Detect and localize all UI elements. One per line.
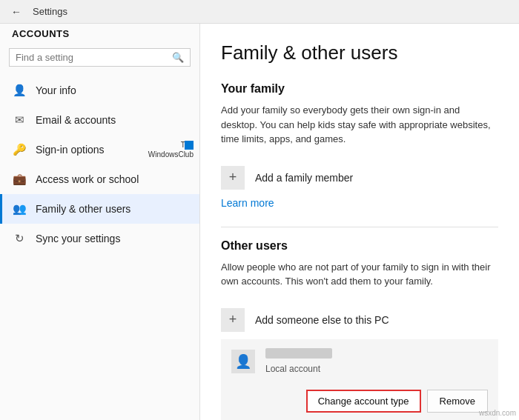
user-entry: 👤 Local account (221, 339, 498, 384)
your-family-title: Your family (221, 82, 498, 96)
user-info: Local account (265, 348, 488, 375)
add-family-label: Add a family member (255, 172, 353, 184)
sync-settings-icon: ↻ (12, 231, 27, 246)
remove-button[interactable]: Remove (427, 390, 488, 413)
other-users-desc: Allow people who are not part of your fa… (221, 260, 498, 289)
titlebar: ← Settings (0, 0, 519, 24)
other-users-title: Other users (221, 239, 498, 253)
access-work-icon: 💼 (12, 172, 27, 187)
sidebar-item-sign-in[interactable]: 🔑 Sign-in options The WindowsClub (0, 135, 199, 164)
main-layout: Accounts 🔍 👤 Your info ✉ Email & account… (0, 24, 519, 420)
user-actions: Change account type Remove (221, 384, 498, 421)
sidebar-item-access-work[interactable]: 💼 Access work or school (0, 164, 199, 194)
section-divider (221, 227, 498, 227)
sidebar-item-label-family-other: Family & other users (36, 203, 130, 215)
page-title: Family & other users (221, 41, 498, 64)
sidebar-item-label-your-info: Your info (36, 84, 76, 96)
watermark-blue-box (185, 141, 194, 150)
sign-in-icon: 🔑 (12, 142, 27, 157)
sidebar-item-your-info[interactable]: 👤 Your info (0, 76, 199, 105)
learn-more-link[interactable]: Learn more (221, 197, 498, 209)
your-info-icon: 👤 (12, 83, 27, 98)
content-area: Family & other users Your family Add you… (200, 24, 519, 420)
user-name-bar (265, 348, 332, 359)
sidebar-item-label-sign-in: Sign-in options (36, 144, 105, 156)
titlebar-title: Settings (33, 6, 67, 17)
add-other-user-row[interactable]: + Add someone else to this PC (221, 301, 498, 339)
email-accounts-icon: ✉ (12, 113, 27, 127)
back-icon: ← (11, 6, 22, 18)
add-other-label: Add someone else to this PC (255, 314, 389, 326)
sidebar-section-label: Accounts (0, 24, 199, 42)
search-box-container: 🔍 (9, 48, 191, 67)
search-input[interactable] (16, 52, 172, 63)
add-other-icon: + (221, 308, 245, 332)
sidebar-item-sync-settings[interactable]: ↻ Sync your settings (0, 224, 199, 253)
sidebar-item-label-sync-settings: Sync your settings (36, 233, 120, 244)
sidebar-item-label-access-work: Access work or school (36, 173, 139, 185)
sidebar-item-label-email-accounts: Email & accounts (36, 114, 116, 126)
add-family-icon: + (221, 166, 245, 190)
user-avatar-icon: 👤 (231, 350, 255, 373)
back-button[interactable]: ← (6, 1, 27, 22)
user-account-type: Local account (265, 364, 320, 374)
your-family-desc: Add your family so everybody gets their … (221, 103, 498, 147)
family-other-icon: 👥 (12, 201, 27, 216)
search-icon: 🔍 (172, 52, 184, 63)
add-family-member-row[interactable]: + Add a family member (221, 159, 498, 197)
change-account-type-button[interactable]: Change account type (306, 390, 421, 413)
sidebar-item-family-other[interactable]: 👥 Family & other users (0, 194, 199, 224)
sidebar-item-email-accounts[interactable]: ✉ Email & accounts (0, 105, 199, 135)
sidebar: Accounts 🔍 👤 Your info ✉ Email & account… (0, 24, 200, 420)
